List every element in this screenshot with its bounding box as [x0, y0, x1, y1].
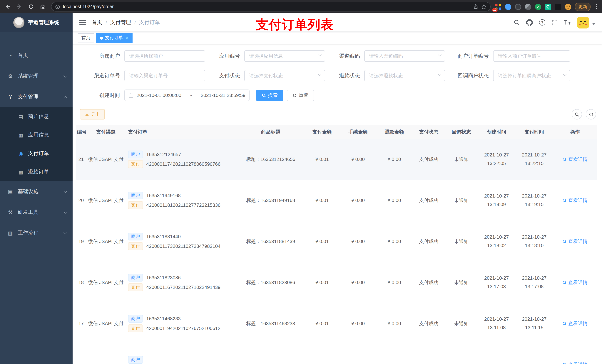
extension-emoji-icon[interactable] — [565, 3, 571, 10]
table-row[interactable]: 商户 支付 查看详情 — [76, 344, 597, 364]
back-icon[interactable] — [4, 3, 11, 10]
hamburger-icon[interactable] — [79, 20, 86, 25]
cell-fee — [340, 344, 376, 364]
merchant-select-input[interactable] — [124, 50, 205, 62]
notify-status-select-input[interactable] — [493, 70, 570, 81]
sidebar-item-infra[interactable]: ▣ 基础设施 — [0, 181, 73, 202]
home-icon[interactable] — [39, 3, 47, 10]
forward-icon[interactable] — [16, 3, 23, 10]
sidebar-item-refund-order[interactable]: ▨ 退款订单 — [0, 163, 73, 181]
chevron-down-icon — [64, 74, 67, 77]
notify-status-select[interactable] — [493, 70, 570, 81]
sidebar-item-system[interactable]: ⚙ 系统管理 — [0, 66, 73, 87]
merchant-tag: 商户 — [128, 233, 143, 240]
sidebar-logo[interactable]: 芋道管理系统 — [0, 13, 73, 32]
view-detail-link[interactable]: 查看详情 — [562, 238, 588, 245]
toggle-search-button[interactable] — [572, 109, 582, 119]
table-row[interactable]: 17 微信 JSAPI 支付 商户 1635311468233 支付 42000… — [76, 303, 597, 344]
view-detail-link[interactable]: 查看详情 — [562, 197, 588, 204]
channel-order-no-input[interactable] — [124, 70, 205, 81]
sidebar-item-merchant-info[interactable]: ▤ 商户信息 — [0, 107, 73, 126]
pay-status-select[interactable] — [244, 70, 325, 81]
pay-status-select-input[interactable] — [244, 70, 325, 81]
header-search-icon[interactable] — [514, 19, 520, 26]
merchant-order-no-input-wrap[interactable] — [493, 50, 570, 62]
extension-green-square-icon[interactable] — [545, 3, 551, 10]
cell-pay-time: 2021-10-2713:18:10 — [515, 221, 553, 262]
sidebar-item-dev-tools[interactable]: ⚒ 研发工具 — [0, 202, 73, 223]
close-icon[interactable]: × — [126, 35, 129, 40]
pay-order-no: 4200001167202110271022491439 — [146, 284, 220, 290]
refresh-table-button[interactable] — [586, 109, 596, 119]
app-id-select[interactable] — [244, 50, 325, 62]
app-id-select-input[interactable] — [244, 50, 325, 62]
date-start-value[interactable]: 2021-10-01 00:00:00 — [137, 93, 187, 98]
help-icon[interactable]: ? — [539, 19, 545, 26]
browser-window: localhost:1024/pay/order 10 ✓ 更新 — [0, 0, 602, 364]
url-text[interactable]: localhost:1024/pay/order — [63, 4, 470, 9]
cell-channel: 微信 JSAPI 支付 — [86, 180, 126, 221]
orders-table: 编号 支付渠道 支付订单 商品标题 支付金额 手续金额 退款金额 支付状态 回调… — [76, 125, 597, 364]
extension-check-icon[interactable]: ✓ — [535, 3, 541, 10]
channel-code-select-input[interactable] — [364, 50, 445, 62]
dashboard-icon: ◔ — [7, 52, 13, 58]
breadcrumb-pay-management[interactable]: 支付管理 — [110, 19, 131, 26]
refund-status-select-input[interactable] — [364, 70, 445, 81]
extension-dots-icon[interactable]: 10 — [495, 3, 501, 10]
channel-code-select[interactable] — [364, 50, 445, 62]
table-row[interactable]: 20 微信 JSAPI 支付 商户 1635311949168 支付 42000… — [76, 180, 597, 221]
cell-pay-time — [515, 344, 553, 364]
cell-status: 支付成功 — [412, 139, 445, 180]
sidebar-item-pay-order[interactable]: ◉ 支付订单 — [0, 144, 73, 163]
font-size-icon[interactable] — [564, 20, 571, 25]
merchant-select[interactable] — [124, 50, 205, 62]
breadcrumb-home[interactable]: 首页 — [92, 19, 102, 26]
create-time-range-picker[interactable]: 2021-10-01 00:00:00 - 2021-10-31 23:59:5… — [124, 90, 249, 101]
user-menu-caret-icon[interactable] — [592, 23, 595, 25]
extension-blue-icon[interactable] — [505, 3, 511, 10]
extension-gray-icon[interactable] — [525, 3, 531, 10]
tab-home[interactable]: 首页 — [78, 33, 94, 43]
view-detail-link[interactable]: 查看详情 — [562, 361, 588, 364]
date-separator: - — [190, 93, 193, 98]
table-row[interactable]: 18 微信 JSAPI 支付 商户 1635311823086 支付 42000… — [76, 262, 597, 303]
export-button[interactable]: 导出 — [80, 109, 105, 119]
site-info-icon[interactable] — [55, 4, 60, 9]
refund-status-select[interactable] — [364, 70, 445, 81]
table-row[interactable]: 19 微信 JSAPI 支付 商户 1635311881440 支付 42000… — [76, 221, 597, 262]
address-bar[interactable]: localhost:1024/pay/order — [51, 2, 491, 11]
cell-title: 标题：1635312124656 — [237, 139, 304, 180]
fullscreen-icon[interactable] — [552, 20, 558, 25]
sidebar-item-payment[interactable]: ¥ 支付管理 — [0, 87, 73, 107]
search-button[interactable]: 搜索 — [256, 90, 283, 101]
tab-label: 支付订单 — [105, 35, 123, 41]
view-detail-link[interactable]: 查看详情 — [562, 279, 588, 286]
view-detail-link[interactable]: 查看详情 — [562, 156, 588, 163]
browser-menu-icon[interactable] — [594, 4, 598, 9]
extension-badge: 10 — [492, 8, 498, 12]
tools-icon: ⚒ — [7, 209, 13, 215]
merchant-order-no-input[interactable] — [493, 50, 570, 62]
sidebar-item-app-info[interactable]: ▦ 应用信息 — [0, 126, 73, 144]
sidebar-item-workflow[interactable]: ▥ 工作流程 — [0, 223, 73, 243]
cell-fee: ¥ 0.00 — [340, 262, 376, 303]
cell-status: 支付成功 — [412, 180, 445, 221]
user-avatar[interactable] — [577, 16, 589, 28]
col-header-refund: 退款金额 — [376, 125, 412, 139]
extension-dark-icon[interactable] — [515, 3, 521, 10]
extension-pin-icon[interactable] — [555, 3, 561, 10]
reset-button[interactable]: 重置 — [287, 90, 314, 101]
date-end-value[interactable]: 2021-10-31 23:59:59 — [195, 93, 246, 98]
channel-order-no-input-wrap[interactable] — [124, 70, 205, 81]
github-icon[interactable] — [526, 19, 533, 26]
reload-icon[interactable] — [27, 3, 35, 10]
share-icon[interactable] — [473, 4, 478, 9]
browser-update-button[interactable]: 更新 — [575, 2, 591, 11]
bookmark-star-icon[interactable] — [481, 4, 486, 9]
pay-order-no: 4200001173202110272847982104 — [146, 243, 220, 249]
sidebar-item-home[interactable]: ◔ 首页 — [0, 45, 73, 66]
view-detail-link[interactable]: 查看详情 — [562, 320, 588, 327]
tab-pay-order[interactable]: 支付订单 × — [96, 33, 132, 43]
cell-title: 标题：1635311881439 — [237, 221, 304, 262]
table-row[interactable]: 21 微信 JSAPI 支付 商户 1635312124657 支付 42000… — [76, 139, 597, 180]
